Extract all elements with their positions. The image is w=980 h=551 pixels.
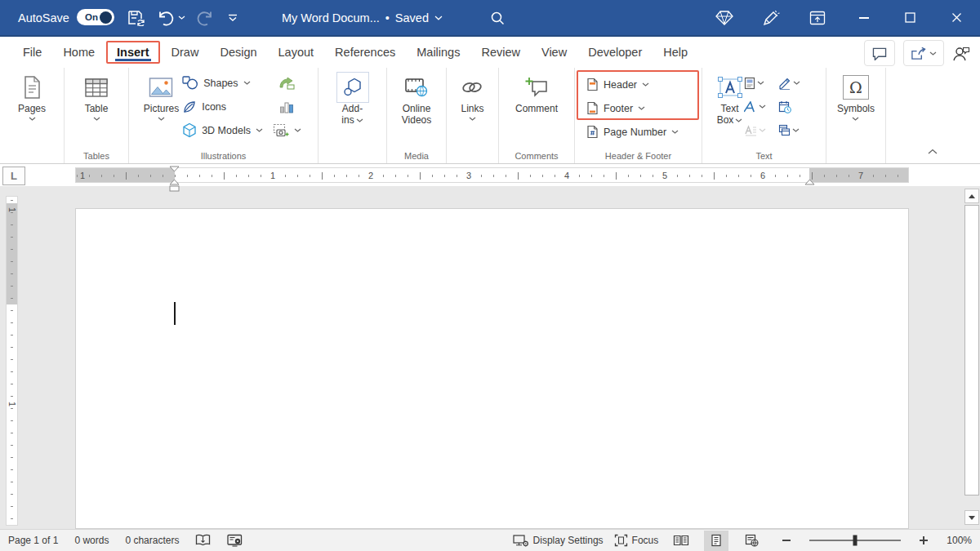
group-label-illustrations: Illustrations [129,151,318,161]
display-settings-button[interactable]: Display Settings [513,534,604,547]
quick-parts-icon [744,77,755,90]
signature-line-button[interactable] [778,77,813,90]
collapse-ribbon-button[interactable] [928,143,938,158]
header-button[interactable]: Header [583,73,682,96]
page-info[interactable]: Page 1 of 1 [8,535,58,546]
vertical-scrollbar[interactable] [964,188,979,527]
scroll-up-button[interactable] [964,189,979,203]
scroll-down-button[interactable] [964,510,979,525]
zoom-in-button[interactable] [911,531,936,551]
proofing-button[interactable] [195,534,211,547]
web-layout-button[interactable] [739,531,764,551]
document-page[interactable] [75,208,909,529]
premium-button[interactable] [701,0,747,35]
horizontal-ruler[interactable]: 1 1 2 3 4 5 6 7 [75,167,909,183]
footer-icon [586,101,599,115]
text-box-button[interactable]: Text Box [716,68,744,126]
left-indent-marker[interactable] [169,185,180,192]
save-button[interactable] [127,0,145,35]
web-layout-icon [745,534,759,547]
group-label-header-footer: Header & Footer [575,151,702,161]
presence-button[interactable] [952,46,970,61]
print-layout-button[interactable] [704,531,728,551]
vertical-ruler[interactable]: 1 1 [6,196,18,526]
quick-parts-button[interactable] [744,77,778,90]
macro-record-button[interactable] [227,534,243,547]
search-button[interactable] [490,0,505,35]
customize-quick-access-button[interactable] [227,0,238,35]
object-button[interactable] [778,124,813,136]
links-button[interactable]: Links [461,68,483,121]
tab-design[interactable]: Design [209,42,267,63]
zoom-out-button[interactable] [774,531,799,551]
icons-leaf-icon [182,100,197,114]
read-mode-icon [673,535,689,546]
redo-button[interactable] [196,0,214,35]
comment-button[interactable]: Comment [515,68,558,114]
group-tables: Table Tables [65,68,129,163]
tab-home[interactable]: Home [52,42,105,63]
read-mode-button[interactable] [669,531,693,551]
scrollbar-thumb[interactable] [964,205,979,495]
tab-help[interactable]: Help [653,42,698,63]
tab-draw[interactable]: Draw [161,42,210,63]
3d-models-button[interactable]: 3D Models [179,118,270,142]
chart-icon [279,100,294,113]
first-line-indent-marker[interactable] [169,166,180,172]
editor-button[interactable] [747,0,794,35]
tab-stop-selector[interactable]: L [2,167,25,185]
tab-developer[interactable]: Developer [577,42,653,63]
close-icon [951,12,962,23]
wordart-button[interactable] [744,101,778,113]
screenshot-button[interactable] [270,118,305,142]
word-count[interactable]: 0 words [74,535,109,546]
add-ins-button[interactable]: Add- ins [336,68,369,126]
drop-cap-icon [744,125,757,136]
tab-references[interactable]: References [324,42,406,63]
zoom-level[interactable]: 100% [947,535,972,546]
page-number-button[interactable]: Page Number [583,120,682,144]
document-title-area[interactable]: My Word Docum... • Saved [282,0,443,35]
tab-view[interactable]: View [531,42,577,63]
display-settings-label: Display Settings [533,535,604,546]
maximize-icon [905,12,915,23]
zoom-slider-handle[interactable] [853,535,858,546]
tab-insert[interactable]: Insert [106,41,160,64]
triangle-down-icon [969,516,975,520]
tab-review[interactable]: Review [470,42,531,63]
pictures-button[interactable]: Pictures [144,68,179,121]
text-box-label-1: Text [720,103,738,114]
tab-mailings[interactable]: Mailings [406,42,470,63]
hanging-indent-marker[interactable] [169,179,180,185]
focus-button[interactable]: Focus [614,534,659,547]
footer-button[interactable]: Footer [583,96,682,120]
text-box-label-2: Box [717,114,734,126]
share-button[interactable] [903,40,944,66]
chart-button[interactable] [276,95,297,118]
maximize-button[interactable] [887,0,933,35]
autosave-toggle[interactable]: On [77,9,114,25]
online-videos-button[interactable]: Online Videos [402,68,431,126]
date-time-button[interactable] [778,100,813,113]
links-icon [461,80,483,95]
tab-file[interactable]: File [12,42,52,63]
drop-cap-button[interactable] [744,125,778,136]
minimize-button[interactable] [840,0,887,35]
table-label: Table [85,103,109,114]
shapes-button[interactable]: Shapes [179,71,270,95]
undo-dropdown[interactable] [178,0,185,35]
right-indent-marker[interactable] [804,179,815,185]
tab-layout[interactable]: Layout [268,42,325,63]
zoom-slider[interactable] [809,540,901,541]
icons-button[interactable]: Icons [179,95,270,118]
table-button[interactable]: Table [84,68,109,121]
ribbon-display-options-button[interactable] [794,0,840,35]
undo-button[interactable] [157,0,175,35]
shapes-icon [182,76,198,90]
close-button[interactable] [933,0,980,35]
symbols-button[interactable]: Ω Symbols [837,68,875,121]
comments-button[interactable] [864,40,895,66]
pages-button[interactable]: Pages [18,68,46,121]
character-count[interactable]: 0 characters [125,535,179,546]
smartart-button[interactable] [275,71,298,95]
